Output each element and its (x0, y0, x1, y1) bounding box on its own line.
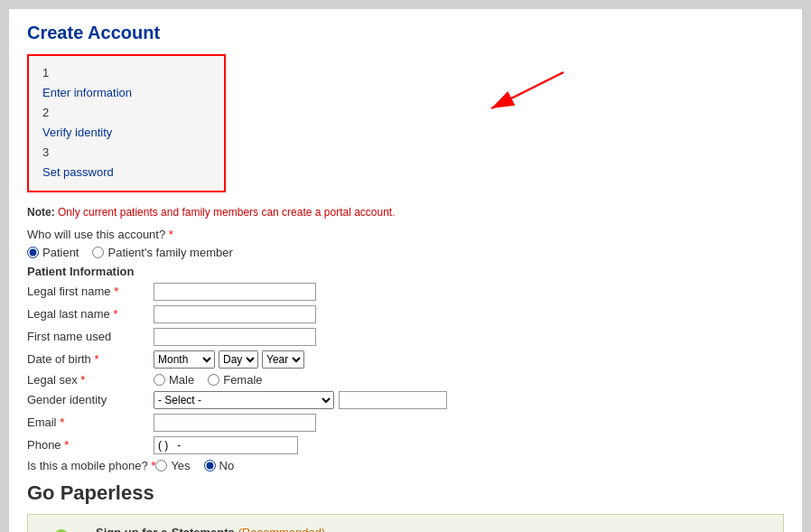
phone-input[interactable] (154, 436, 298, 454)
dob-month-select[interactable]: Month 1 - Jan2 - Feb3 - Mar 4 - Apr5 - M… (154, 350, 215, 369)
female-radio-label[interactable]: Female (208, 373, 262, 387)
legal-sex-row: Legal sex * Male Female (27, 373, 784, 387)
svg-point-6 (53, 529, 70, 532)
dob-day-select[interactable]: Day for(let i=1;i<=31;i++) document.writ… (219, 350, 258, 369)
arrow-area (226, 54, 784, 117)
paperless-box: Sign up for e-Statements (Recommended) W… (27, 514, 784, 532)
step-1-number: 1 (42, 63, 210, 83)
mobile-yes-radio[interactable] (155, 460, 167, 471)
step-2-label: Verify identity (42, 123, 210, 143)
step-3-number: 3 (42, 143, 210, 163)
dob-label: Date of birth * (27, 352, 154, 366)
step-3-label: Set password (42, 163, 210, 182)
last-name-input[interactable] (154, 305, 316, 323)
first-name-used-label: First name used (27, 330, 154, 343)
gender-identity-select[interactable]: - Select - Male Female Non-binary Other (154, 391, 334, 409)
email-input[interactable] (154, 414, 316, 432)
female-radio-text: Female (223, 373, 262, 387)
family-radio[interactable] (92, 247, 104, 258)
female-radio[interactable] (208, 374, 219, 386)
step-1-label: Enter information (42, 83, 210, 103)
go-paperless-title: Go Paperless (27, 481, 784, 505)
mobile-no-text: No (219, 459, 235, 472)
legal-sex-options: Male Female (154, 373, 263, 387)
svg-line-1 (491, 72, 564, 108)
first-name-row: Legal first name * (27, 283, 784, 301)
email-label: Email * (27, 415, 154, 429)
male-radio-text: Male (169, 373, 194, 387)
phone-row: Phone * (27, 436, 784, 454)
first-name-used-input[interactable] (154, 328, 316, 346)
family-radio-text: Patient's family member (107, 246, 232, 259)
note-text: Note: Only current patients and family m… (27, 206, 784, 219)
who-label: Who will use this account? * (27, 228, 784, 241)
tree-icon (42, 526, 82, 532)
patient-radio[interactable] (27, 247, 39, 258)
mobile-phone-label: Is this a mobile phone? * (27, 459, 155, 472)
gender-identity-row: Gender identity - Select - Male Female N… (27, 391, 784, 409)
arrow-icon (464, 63, 573, 117)
first-name-input[interactable] (154, 283, 316, 301)
first-name-label: Legal first name * (27, 285, 154, 298)
step-2-number: 2 (42, 103, 210, 123)
account-type-radio-group: Patient Patient's family member (27, 246, 784, 259)
patient-info-label: Patient Information (27, 265, 784, 278)
patient-radio-label[interactable]: Patient (27, 246, 79, 259)
note-highlight: Only current patients and family members… (58, 206, 396, 219)
patient-radio-text: Patient (42, 246, 79, 259)
page-title: Create Account (27, 23, 784, 43)
male-radio[interactable] (154, 374, 165, 386)
mobile-yes-label[interactable]: Yes (155, 459, 190, 472)
mobile-no-radio[interactable] (204, 460, 216, 471)
last-name-label: Legal last name * (27, 307, 154, 321)
first-name-used-row: First name used (27, 328, 784, 346)
paperless-heading: Sign up for e-Statements (Recommended) (96, 526, 765, 532)
phone-label: Phone * (27, 438, 154, 452)
mobile-phone-row: Is this a mobile phone? * Yes No (27, 459, 784, 472)
last-name-row: Legal last name * (27, 305, 784, 323)
dob-year-select[interactable]: Year (262, 350, 304, 369)
email-row: Email * (27, 414, 784, 432)
dob-row: Date of birth * Month 1 - Jan2 - Feb3 - … (27, 350, 784, 369)
mobile-no-label[interactable]: No (204, 459, 235, 472)
gender-identity-label: Gender identity (27, 393, 154, 406)
legal-sex-label: Legal sex * (27, 373, 154, 387)
recommended-text: (Recommended) (238, 526, 325, 532)
paperless-content: Sign up for e-Statements (Recommended) W… (96, 526, 765, 532)
gender-identity-text-input[interactable] (339, 391, 447, 409)
mobile-phone-options: Yes No (155, 459, 234, 472)
mobile-yes-text: Yes (171, 459, 190, 472)
male-radio-label[interactable]: Male (154, 373, 194, 387)
paperless-sign-up-text: Sign up for e-Statements (96, 526, 235, 532)
steps-box: 1 Enter information 2 Verify identity 3 … (27, 54, 226, 192)
family-radio-label[interactable]: Patient's family member (92, 246, 232, 259)
